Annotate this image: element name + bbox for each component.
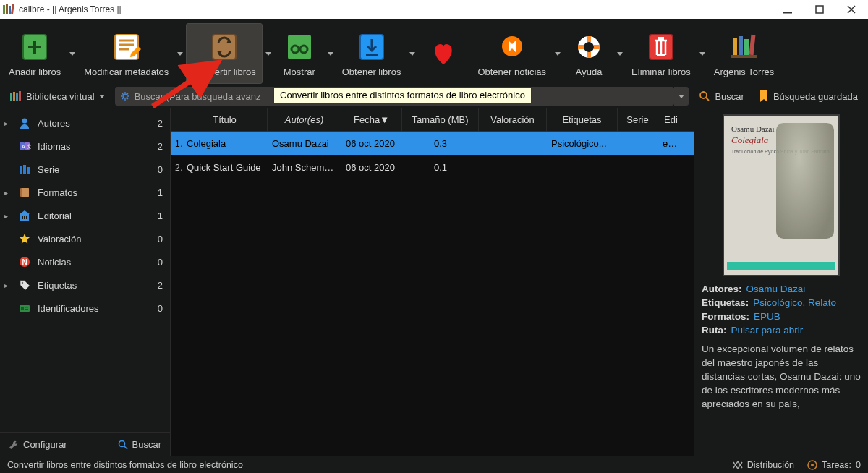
edit-dropdown[interactable] <box>174 23 186 84</box>
library-label: Argenis Torres <box>714 67 775 80</box>
minimize-button[interactable] <box>780 1 796 17</box>
sidebar-item-identificadores[interactable]: Identificadores0 <box>0 297 170 320</box>
svg-point-29 <box>700 92 707 98</box>
sidebar-search-label: Buscar <box>132 439 161 450</box>
chevron-down-icon <box>328 52 333 56</box>
edit-button[interactable]: Modificar metadatos <box>78 23 174 84</box>
add-dropdown[interactable] <box>67 23 78 84</box>
svg-rect-39 <box>22 188 29 197</box>
news-dropdown[interactable] <box>552 23 563 84</box>
column-label: Etiquetas <box>562 114 601 125</box>
meta-value[interactable]: Pulsar para abrir <box>731 325 804 336</box>
column-header-ser[interactable]: Serie <box>618 108 658 131</box>
meta-key: Formatos: <box>702 311 749 322</box>
svg-rect-19 <box>731 55 757 58</box>
meta-value[interactable]: Psicológico, Relato <box>753 297 836 308</box>
svg-point-16 <box>584 42 594 52</box>
sidebar-item-editorial[interactable]: ▸Editorial1 <box>0 204 170 227</box>
get-dropdown[interactable] <box>407 23 418 84</box>
cell-num: 1 <box>171 139 182 149</box>
cell-etq: Psicológico... <box>547 138 618 149</box>
help-button[interactable]: Ayuda <box>563 23 614 84</box>
convert-button[interactable]: Convertir libros <box>186 23 262 84</box>
maximize-button[interactable] <box>812 1 827 17</box>
sidebar-item-etiquetas[interactable]: ▸Etiquetas2 <box>0 273 170 297</box>
svg-rect-23 <box>749 34 755 54</box>
book-cover[interactable]: Osamu Dazai Colegiala Traducción de Ryok… <box>723 114 840 276</box>
column-header-autor[interactable]: Autor(es) <box>268 108 341 131</box>
star-icon <box>17 232 32 245</box>
close-button[interactable] <box>843 1 859 17</box>
virtual-library-button[interactable]: Biblioteca virtual <box>6 88 109 105</box>
meta-value[interactable]: EPUB <box>754 311 780 322</box>
sidebar-item-formatos[interactable]: ▸Formatos1 <box>0 181 170 204</box>
cell-fecha: 06 oct 2020 <box>341 162 402 173</box>
sidebar-item-autores[interactable]: ▸Autores2 <box>0 111 170 135</box>
delete-button[interactable]: Eliminar libros <box>626 23 697 84</box>
virtual-library-label: Biblioteca virtual <box>26 91 95 102</box>
chevron-down-icon <box>678 95 684 98</box>
sidebar-item-count: 2 <box>153 141 163 152</box>
library-button[interactable]: Argenis Torres <box>708 23 780 84</box>
column-label: Serie <box>626 114 648 125</box>
sidebar-item-valoración[interactable]: Valoración0 <box>0 227 170 250</box>
jobs-button[interactable]: Tareas: 0 <box>807 460 861 470</box>
search-history-dropdown[interactable] <box>674 87 689 106</box>
lang-icon: A文 <box>17 140 32 153</box>
heart-button[interactable] <box>418 23 469 84</box>
saved-search-button[interactable]: Búsqueda guardada <box>754 88 862 105</box>
wrench-icon <box>9 440 19 450</box>
news-button[interactable]: Obtener noticias <box>472 23 552 84</box>
cell-titulo: Colegiala <box>182 138 268 149</box>
sidebar-item-count: 0 <box>153 234 163 244</box>
layout-button[interactable]: Distribución <box>733 460 794 470</box>
column-header-etq[interactable]: Etiquetas <box>547 108 618 131</box>
svg-rect-18 <box>658 37 664 40</box>
sidebar-item-noticias[interactable]: NNoticias0 <box>0 250 170 273</box>
sidebar-item-count: 1 <box>153 187 163 198</box>
sidebar-search-button[interactable]: Buscar <box>118 439 161 450</box>
configure-label: Configurar <box>23 439 67 450</box>
books-icon <box>10 90 22 102</box>
svg-rect-42 <box>24 216 25 219</box>
delete-dropdown[interactable] <box>697 23 708 84</box>
svg-rect-24 <box>10 93 12 101</box>
view-button[interactable]: Mostrar <box>274 23 325 84</box>
svg-rect-3 <box>11 4 14 14</box>
search-button[interactable]: Buscar <box>694 88 748 105</box>
svg-rect-21 <box>739 36 743 55</box>
column-header-tam[interactable]: Tamaño (MB) <box>402 108 479 131</box>
help-dropdown[interactable] <box>614 23 626 84</box>
view-dropdown[interactable] <box>325 23 336 84</box>
column-header-val[interactable]: Valoración <box>479 108 547 131</box>
cell-autor: Osamu Dazai <box>268 138 341 149</box>
svg-rect-35 <box>20 166 22 174</box>
meta-value[interactable]: Osamu Dazai <box>746 284 806 294</box>
meta-key: Etiquetas: <box>702 297 749 308</box>
magnifier-icon <box>118 440 128 450</box>
search-row: Biblioteca virtual Buscar (Para búsqueda… <box>0 84 868 108</box>
column-header-edi[interactable]: Edi <box>658 108 684 131</box>
sidebar-item-label: Formatos <box>38 187 147 198</box>
saved-search-label: Búsqueda guardada <box>773 91 858 102</box>
book-detail-panel: Osamu Dazai Colegiala Traducción de Ryok… <box>694 108 868 456</box>
svg-text:文: 文 <box>27 144 31 149</box>
configure-button[interactable]: Configurar <box>9 439 67 450</box>
sidebar-item-idiomas[interactable]: A文Idiomas2 <box>0 135 170 158</box>
news-icon <box>493 30 531 64</box>
convert-dropdown[interactable] <box>263 23 274 84</box>
column-label: Valoración <box>490 114 534 125</box>
get-button[interactable]: Obtener libros <box>336 23 407 84</box>
add-button[interactable]: Añadir libros <box>3 23 67 84</box>
table-row[interactable]: 1ColegialaOsamu Dazai06 oct 20200.3Psico… <box>171 132 694 155</box>
window-title: calibre - || Argenis Torres || <box>19 4 122 14</box>
meta-row: Etiquetas:Psicológico, Relato <box>702 297 861 308</box>
table-row[interactable]: 2Quick Start GuideJohn Schember06 oct 20… <box>171 155 694 179</box>
column-header-titulo[interactable]: Título <box>182 108 268 131</box>
chevron-down-icon <box>69 52 75 56</box>
column-header-num[interactable] <box>171 108 182 131</box>
sidebar-item-label: Identificadores <box>38 303 147 314</box>
id-icon <box>17 302 32 315</box>
sidebar-item-serie[interactable]: Serie0 <box>0 158 170 181</box>
column-header-fecha[interactable]: Fecha▼ <box>341 108 402 131</box>
